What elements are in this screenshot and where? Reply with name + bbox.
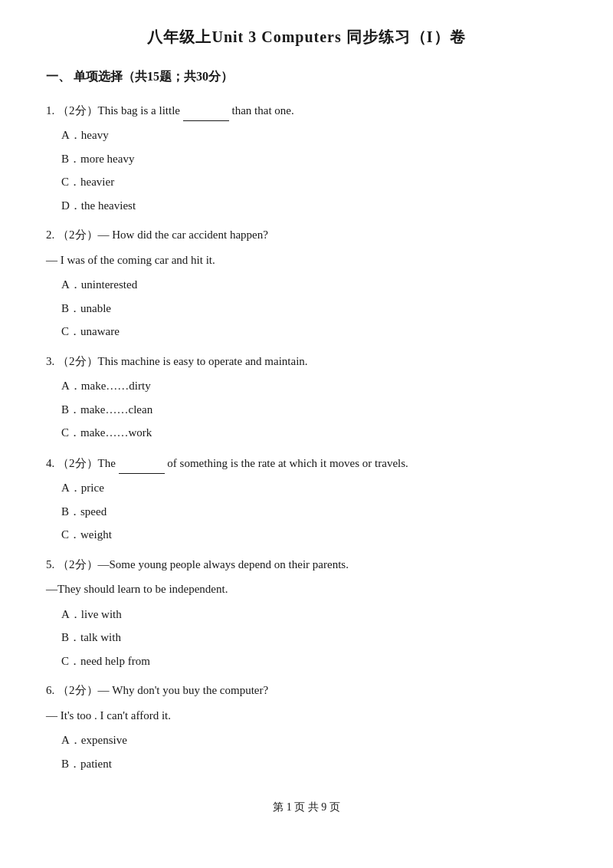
q2-option-c: C．unaware [61,321,567,343]
q2-option-b: B．unable [61,298,567,320]
question-2-text: 2. （2分）— How did the car accident happen… [46,224,567,246]
q3-number: 3. [46,355,54,367]
q6-option-b: B．patient [61,753,567,775]
q4-text-after: of something is the rate at which it mov… [167,457,408,469]
q3-option-a: A．make……dirty [61,375,567,397]
q1-text-after: than that one. [231,104,293,117]
q3-option-c: C．make……work [61,422,567,444]
question-5: 5. （2分）—Some young people always depend … [46,554,567,672]
q4-option-a: A．price [61,477,567,499]
q1-option-c: C．heavier [61,171,567,193]
q5-option-b: B．talk with [61,626,567,649]
q1-blank [183,99,229,122]
question-3: 3. （2分）This machine is easy to operate a… [46,350,567,444]
q1-number: 1. [46,104,54,117]
question-1: 1. （2分）This bag is a little than that on… [46,99,567,217]
q4-number: 4. [46,457,54,469]
question-1-text: 1. （2分）This bag is a little than that on… [46,99,567,122]
q5-option-c: C．need help from [61,650,567,672]
page-footer: 第 1 页 共 9 页 [46,797,567,817]
question-6: 6. （2分）— Why don't you buy the computer?… [46,679,567,774]
q4-blank [119,452,165,475]
section-header: 一、 单项选择（共15题；共30分） [46,66,567,88]
q4-option-c: C．weight [61,524,567,546]
q5-option-a: A．live with [61,603,567,626]
q6-followup: — It's too . I can't afford it. [46,705,567,727]
q1-option-d: D．the heaviest [61,195,567,217]
question-6-text: 6. （2分）— Why don't you buy the computer? [46,679,567,702]
q5-number: 5. [46,558,54,570]
q2-followup: — I was of the coming car and hit it. [46,249,567,271]
question-2: 2. （2分）— How did the car accident happen… [46,224,567,343]
q1-option-a: A．heavy [61,124,567,146]
q4-option-b: B．speed [61,501,567,523]
question-5-text: 5. （2分）—Some young people always depend … [46,554,567,576]
page-title: 八年级上Unit 3 Computers 同步练习（I）卷 [46,23,567,51]
q6-number: 6. [46,684,54,696]
q2-option-a: A．uninterested [61,274,567,296]
question-3-text: 3. （2分）This machine is easy to operate a… [46,350,567,373]
q3-option-b: B．make……clean [61,399,567,421]
question-4-text: 4. （2分）The of something is the rate at w… [46,452,567,475]
q5-followup: —They should learn to be independent. [46,578,567,600]
q2-number: 2. [46,229,54,241]
q1-option-b: B．more heavy [61,148,567,170]
q6-option-a: A．expensive [61,729,567,751]
question-4: 4. （2分）The of something is the rate at w… [46,452,567,546]
